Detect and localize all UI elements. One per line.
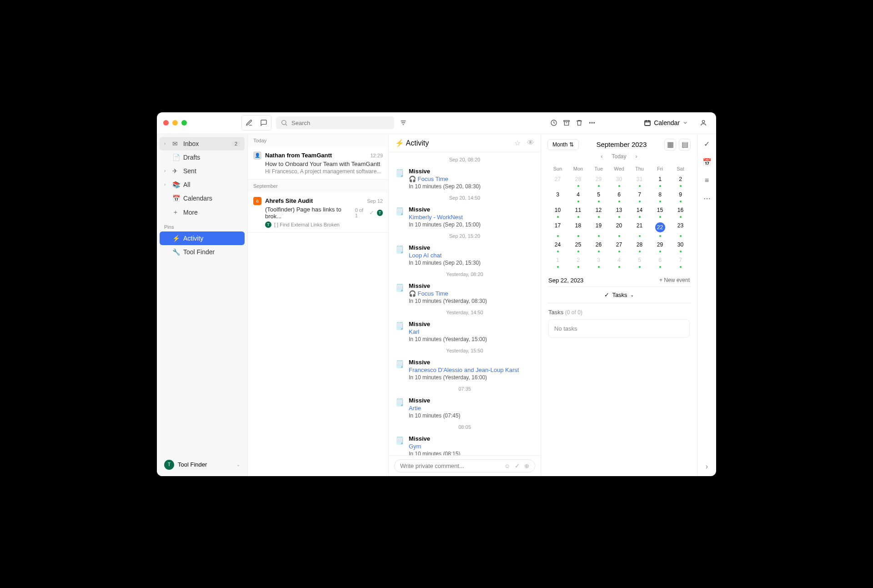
sidebar-item-inbox[interactable]: › ✉ Inbox 2 <box>160 137 245 151</box>
activity-item[interactable]: 🗒️MissiveLoop AI chatIn 10 minutes (Sep … <box>389 241 541 269</box>
view-selector[interactable]: Month ⇅ <box>547 139 579 150</box>
activity-link[interactable]: Karl <box>409 328 534 335</box>
calendar-day[interactable]: 6 <box>609 189 629 204</box>
window-minimize[interactable] <box>172 120 178 126</box>
archive-button[interactable] <box>560 116 573 129</box>
sidebar-item-more[interactable]: ＋ More <box>160 205 245 220</box>
message-item[interactable]: 👤 Nathan from TeamGantt 12:29 How to Onb… <box>248 147 388 180</box>
activity-item[interactable]: 🗒️MissiveKarlIn 10 minutes (Yesterday, 1… <box>389 318 541 345</box>
calendar-day[interactable]: 27 <box>547 173 568 189</box>
calendar-day[interactable]: 9 <box>670 189 691 204</box>
calendar-day[interactable]: 3 <box>588 254 609 270</box>
activity-item[interactable]: 🗒️MissiveKimberly - WorkNestIn 10 minute… <box>389 203 541 231</box>
calendar-view-btn[interactable]: ▦ <box>664 139 676 151</box>
calendar-day[interactable]: 30 <box>670 239 691 254</box>
activity-link[interactable]: Artie <box>409 405 534 412</box>
emoji-icon[interactable]: ☺ <box>504 462 510 469</box>
rail-todoist-icon[interactable]: ≡ <box>702 175 712 186</box>
activity-link[interactable]: 🎧 Focus Time <box>409 176 534 182</box>
calendar-day[interactable]: 7 <box>670 254 691 270</box>
calendar-day[interactable]: 27 <box>609 239 629 254</box>
message-item[interactable]: a Ahrefs Site Audit Sep 12 (Toolfinder) … <box>248 192 388 233</box>
calendar-day[interactable]: 5 <box>629 254 650 270</box>
activity-link[interactable]: Loop AI chat <box>409 252 534 259</box>
prev-month[interactable]: ‹ <box>601 153 602 160</box>
window-zoom[interactable] <box>181 120 187 126</box>
calendar-day[interactable]: 12 <box>588 204 609 220</box>
chat-button[interactable] <box>257 116 270 129</box>
calendar-day[interactable]: 15 <box>650 204 670 220</box>
sidebar-item-calendars[interactable]: 📅 Calendars <box>160 191 245 205</box>
calendar-day[interactable]: 29 <box>650 239 670 254</box>
calendar-day[interactable]: 28 <box>629 239 650 254</box>
calendar-day[interactable]: 20 <box>609 220 629 239</box>
calendar-day[interactable]: 28 <box>568 173 588 189</box>
rail-tasks-icon[interactable]: ✓ <box>702 139 712 150</box>
calendar-day[interactable]: 7 <box>629 189 650 204</box>
calendar-day[interactable]: 26 <box>588 239 609 254</box>
activity-link[interactable]: 🎧 Focus Time <box>409 290 534 297</box>
history-button[interactable] <box>547 116 560 129</box>
activity-item[interactable]: 🗒️MissiveFrancesco D'Alessio and Jean-Lo… <box>389 356 541 383</box>
rail-collapse[interactable]: › <box>706 462 708 471</box>
eye-icon[interactable]: 👁 <box>527 139 534 147</box>
rail-more-icon[interactable]: ⋯ <box>702 193 712 204</box>
next-month[interactable]: › <box>636 153 637 160</box>
today-button[interactable]: Today <box>612 153 626 160</box>
calendar-day[interactable]: 19 <box>588 220 609 239</box>
more-button[interactable] <box>586 116 598 129</box>
calendar-day[interactable]: 31 <box>629 173 650 189</box>
calendar-day[interactable]: 2 <box>670 173 691 189</box>
tasks-dropdown[interactable]: ✓Tasks⌄ <box>547 286 691 303</box>
calendar-day[interactable]: 22 <box>650 220 670 239</box>
star-icon[interactable]: ☆ <box>514 139 521 147</box>
profile-button[interactable] <box>697 116 710 129</box>
pin-activity[interactable]: ⚡ Activity <box>160 231 245 245</box>
activity-item[interactable]: 🗒️MissiveGymIn 10 minutes (08:15) <box>389 432 541 455</box>
calendar-day[interactable]: 18 <box>568 220 588 239</box>
check-icon[interactable]: ✓ <box>515 462 520 469</box>
calendar-day[interactable]: 30 <box>609 173 629 189</box>
calendar-day[interactable]: 1 <box>547 254 568 270</box>
activity-item[interactable]: 🗒️Missive🎧 Focus TimeIn 10 minutes (Sep … <box>389 165 541 192</box>
activity-link[interactable]: Kimberly - WorkNest <box>409 214 534 221</box>
calendar-day[interactable]: 24 <box>547 239 568 254</box>
compose-button[interactable] <box>243 116 256 129</box>
calendar-day[interactable]: 17 <box>547 220 568 239</box>
calendar-day[interactable]: 5 <box>588 189 609 204</box>
calendar-day[interactable]: 1 <box>650 173 670 189</box>
calendar-day[interactable]: 23 <box>670 220 691 239</box>
calendar-day[interactable]: 3 <box>547 189 568 204</box>
activity-link[interactable]: Gym <box>409 443 534 450</box>
sidebar-item-drafts[interactable]: 📄 Drafts <box>160 151 245 164</box>
account-switcher[interactable]: T Tool Finder ⌄ <box>160 456 245 473</box>
calendar-day[interactable]: 16 <box>670 204 691 220</box>
activity-link[interactable]: Francesco D'Alessio and Jean-Loup Karst <box>409 367 534 373</box>
filter-button[interactable] <box>397 116 410 129</box>
calendar-day[interactable]: 25 <box>568 239 588 254</box>
calendar-day[interactable]: 10 <box>547 204 568 220</box>
calendar-day[interactable]: 21 <box>629 220 650 239</box>
sidebar-item-all[interactable]: ›📚 All <box>160 178 245 191</box>
trash-button[interactable] <box>573 116 586 129</box>
calendar-view-btn[interactable]: ▤ <box>679 139 691 151</box>
calendar-day[interactable]: 6 <box>650 254 670 270</box>
calendar-day[interactable]: 8 <box>650 189 670 204</box>
activity-item[interactable]: 🗒️Missive🎧 Focus TimeIn 10 minutes (Yest… <box>389 280 541 307</box>
calendar-day[interactable]: 29 <box>588 173 609 189</box>
calendar-day[interactable]: 4 <box>568 189 588 204</box>
calendar-day[interactable]: 4 <box>609 254 629 270</box>
calendar-day[interactable]: 13 <box>609 204 629 220</box>
calendar-day[interactable]: 2 <box>568 254 588 270</box>
plus-icon[interactable]: ⊕ <box>524 462 529 469</box>
search-input[interactable] <box>276 116 394 129</box>
activity-item[interactable]: 🗒️MissiveArtieIn 10 minutes (07:45) <box>389 394 541 422</box>
comment-input[interactable]: ☺ ✓ ⊕ <box>394 459 535 472</box>
sidebar-item-sent[interactable]: ›✈ Sent <box>160 164 245 178</box>
new-event-button[interactable]: + New event <box>659 277 690 283</box>
calendar-day[interactable]: 14 <box>629 204 650 220</box>
pin-toolfinder[interactable]: 🔧 Tool Finder <box>160 245 245 259</box>
calendar-day[interactable]: 11 <box>568 204 588 220</box>
rail-calendar-icon[interactable]: 📅 <box>702 157 712 168</box>
window-close[interactable] <box>163 120 169 126</box>
